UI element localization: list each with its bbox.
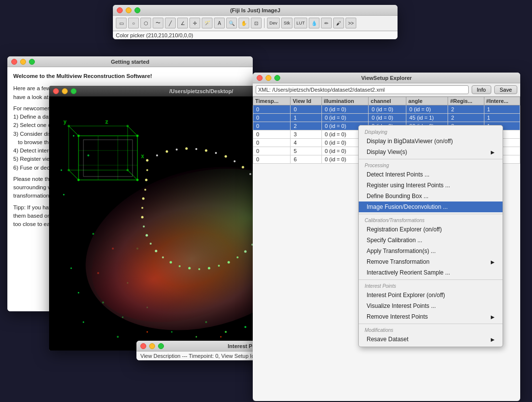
cell-viewid: 1 (291, 114, 321, 122)
wand-tool[interactable]: 🪄 (202, 18, 213, 28)
menu-item-label: Image Fusion/Deconvolution ... (367, 203, 448, 210)
menu-item[interactable]: Resave Dataset▶ (359, 334, 503, 345)
svg-point-75 (170, 261, 172, 264)
cell-timepoint: 0 (253, 155, 291, 164)
svg-point-49 (166, 151, 168, 153)
svg-point-1 (73, 135, 75, 137)
svg-point-39 (78, 292, 80, 294)
menu-item[interactable]: Detect Interest Points ... (359, 169, 503, 180)
svg-point-78 (150, 243, 152, 245)
text-tool[interactable]: A (214, 18, 225, 28)
menu-item[interactable]: Remove Interest Points▶ (359, 311, 503, 322)
more-btn[interactable]: >> (346, 18, 356, 28)
dropper-tool[interactable]: 💧 (309, 18, 319, 28)
menu-item[interactable]: Define Bounding Box ... (359, 191, 503, 201)
cell-regis: 2 (448, 105, 484, 114)
oval-tool[interactable]: ○ (128, 18, 139, 28)
menu-item[interactable]: Interactively Reorient Sample ... (359, 267, 503, 278)
viewsetup-title: ViewSetup Explorer (361, 75, 412, 81)
svg-point-15 (196, 336, 197, 338)
menu-item[interactable]: Display View(s)▶ (359, 147, 503, 157)
freehand-tool[interactable]: 〜 (153, 18, 163, 28)
menu-item[interactable]: Specify Calibration ... (359, 235, 503, 246)
lut-btn[interactable]: LUT (294, 18, 307, 28)
info-button[interactable]: Info (472, 85, 491, 94)
col-viewid: View Id (291, 97, 321, 105)
menu-item[interactable]: Visualize Interest Points ... (359, 301, 503, 311)
svg-point-34 (220, 336, 222, 338)
svg-point-102 (127, 125, 129, 127)
cell-viewid: 4 (291, 139, 321, 147)
dev-btn[interactable]: Dev (267, 18, 280, 28)
table-row[interactable]: 0 1 0 (id = 0) 0 (id = 0) 45 (id = 1) 2 … (253, 114, 520, 122)
menu-item[interactable]: Register using Interest Points ... (359, 180, 503, 191)
vs-close-button[interactable] (257, 75, 263, 81)
point-tool[interactable]: ✛ (189, 18, 200, 28)
col-illumination: illumination (321, 97, 369, 105)
gs-maximize-button[interactable] (29, 59, 35, 65)
cell-angle: 0 (id = 0) (406, 105, 448, 114)
viewsetup-titlebar: ViewSetup Explorer (253, 73, 520, 83)
rect-tool[interactable]: ▭ (116, 18, 127, 28)
vs-minimize-button[interactable] (266, 75, 271, 81)
svg-point-82 (141, 207, 143, 209)
menu-item[interactable]: Apply Transformation(s) ... (359, 246, 503, 256)
bdv-minimize-button[interactable] (62, 88, 68, 94)
maximize-button[interactable] (134, 7, 140, 13)
poly-tool[interactable]: ⬡ (140, 18, 151, 28)
menu-item[interactable]: Remove Transformation▶ (359, 256, 503, 267)
svg-point-68 (237, 256, 239, 258)
brush-tool[interactable]: 🖌 (333, 18, 344, 28)
zoom-tool[interactable]: 🔍 (226, 18, 237, 28)
svg-point-80 (143, 226, 145, 227)
cell-timepoint: 0 (253, 130, 291, 139)
svg-text:z: z (106, 119, 108, 125)
submenu-arrow: ▶ (491, 259, 495, 265)
minimize-button[interactable] (126, 7, 132, 13)
imagej-window: (Fiji Is Just) ImageJ ▭ ○ ⬡ 〜 ╱ ∠ ✛ 🪄 A … (113, 5, 398, 39)
pencil-tool[interactable]: ✏ (321, 18, 332, 28)
svg-point-53 (205, 150, 208, 152)
svg-point-50 (176, 149, 178, 151)
svg-point-104 (68, 169, 70, 171)
svg-text:y: y (64, 119, 66, 125)
svg-point-103 (127, 169, 129, 171)
hand-tool[interactable]: ✋ (239, 18, 249, 28)
menu-item[interactable]: Interest Point Explorer (on/off) (359, 290, 503, 301)
line-tool[interactable]: ╱ (165, 18, 176, 28)
menu-item[interactable]: Display in BigDataViewer (on/off) (359, 136, 503, 147)
svg-point-20 (244, 326, 246, 328)
cell-viewid: 3 (291, 130, 321, 139)
bdv-maximize-button[interactable] (71, 88, 77, 94)
ip-close-button[interactable] (140, 343, 146, 349)
menu-separator (359, 159, 503, 159)
stk-btn[interactable]: Stk (281, 18, 293, 28)
menu-item[interactable]: Registration Explorer (on/off) (359, 224, 503, 235)
bdv-close-button[interactable] (53, 88, 59, 94)
svg-point-18 (225, 331, 227, 333)
menu-separator (359, 279, 503, 280)
crop-tool[interactable]: ⊡ (251, 18, 262, 28)
menu-separator (359, 214, 503, 214)
cell-intere: 1 (484, 105, 520, 114)
close-button[interactable] (117, 7, 123, 13)
menu-item[interactable]: Image Fusion/Deconvolution ... (359, 201, 503, 212)
vs-maximize-button[interactable] (274, 75, 280, 81)
gs-close-button[interactable] (11, 59, 17, 65)
table-row[interactable]: 0 0 0 (id = 0) 0 (id = 0) 0 (id = 0) 2 1 (253, 105, 520, 114)
svg-point-73 (188, 267, 191, 270)
angle-tool[interactable]: ∠ (177, 18, 188, 28)
svg-point-8 (117, 336, 119, 338)
svg-point-71 (208, 267, 211, 270)
save-button[interactable]: Save (494, 85, 517, 94)
cell-illumination: 0 (id = 0) (321, 114, 369, 122)
svg-point-97 (78, 135, 80, 137)
imagej-titlebar: (Fiji Is Just) ImageJ (113, 5, 398, 16)
svg-point-69 (228, 261, 230, 264)
submenu-arrow: ▶ (491, 337, 495, 342)
ip-minimize-button[interactable] (149, 343, 155, 349)
ip-maximize-button[interactable] (158, 343, 164, 349)
cell-timepoint: 0 (253, 105, 291, 114)
menu-item-label: Register using Interest Points ... (367, 182, 450, 189)
gs-minimize-button[interactable] (20, 59, 26, 65)
